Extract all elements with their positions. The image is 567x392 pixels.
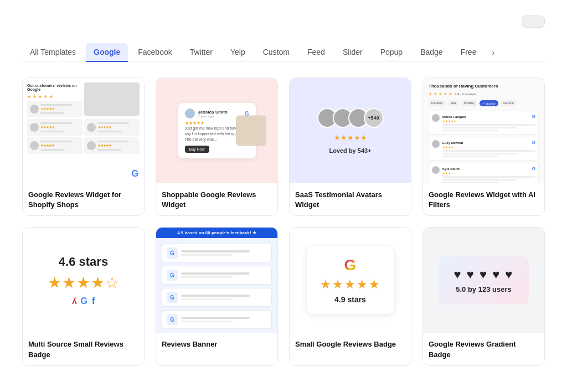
template-title-gradient-badge: Google Reviews Gradient Badge — [423, 333, 544, 365]
template-title-google-shopify: Google Reviews Widget for Shopify Shops — [23, 183, 144, 215]
template-card-gradient-badge[interactable]: ♥ ♥ ♥ ♥ ♥ 5.0 by 123 users Google Review… — [422, 227, 545, 365]
template-title-multi-source-badge: Multi Source Small Reviews Badge — [23, 333, 144, 365]
template-preview-multi-source-badge: 4.6 stars ★★★★☆ ʎ G f — [23, 228, 144, 333]
tab-all[interactable]: All Templates — [22, 43, 84, 62]
template-card-multi-source-badge[interactable]: 4.6 stars ★★★★☆ ʎ G f Multi Source Small… — [22, 227, 145, 365]
template-card-ai-filters[interactable]: Thousands of Raving Customers ★★★★★ 4.9 … — [422, 78, 545, 216]
template-card-google-shopify[interactable]: Our customers' reviews on Google ★★★★★ ★… — [22, 78, 145, 216]
header-actions — [513, 16, 545, 28]
templates-grid: Our customers' reviews on Google ★★★★★ ★… — [22, 78, 545, 366]
template-card-small-badge[interactable]: G ★★★★★ 4.9 stars Small Google Reviews B… — [289, 227, 411, 365]
tab-feed[interactable]: Feed — [300, 43, 333, 62]
template-preview-google-shopify: Our customers' reviews on Google ★★★★★ ★… — [23, 78, 144, 183]
preview-shopify: Our customers' reviews on Google ★★★★★ ★… — [23, 78, 144, 183]
template-title-reviews-banner: Reviews Banner — [156, 333, 277, 355]
tab-yelp[interactable]: Yelp — [223, 43, 253, 62]
template-card-reviews-banner[interactable]: 4.9 based on 60 people's feedback! ★ G G — [156, 227, 278, 365]
start-from-scratch-button[interactable] — [522, 16, 545, 28]
header — [22, 16, 545, 28]
tab-google[interactable]: Google — [86, 43, 128, 62]
template-preview-small-badge: G ★★★★★ 4.9 stars — [290, 228, 411, 333]
template-title-shoppable-google: Shoppable Google Reviews Widget — [156, 183, 277, 215]
tab-badge[interactable]: Badge — [413, 43, 450, 62]
template-title-ai-filters: Google Reviews Widget with AI Filters — [423, 183, 544, 215]
tab-twitter[interactable]: Twitter — [182, 43, 220, 62]
template-preview-saas-testimonial: +540 ★★★★★ Loved by 543+ — [290, 78, 411, 183]
tab-custom[interactable]: Custom — [255, 43, 297, 62]
template-preview-reviews-banner: 4.9 based on 60 people's feedback! ★ G G — [156, 228, 277, 333]
template-preview-gradient-badge: ♥ ♥ ♥ ♥ ♥ 5.0 by 123 users — [423, 228, 544, 333]
template-preview-shoppable-google: Jessica Smith 1 year ago G ★★★★★ Just go… — [156, 78, 277, 183]
template-card-shoppable-google[interactable]: Jessica Smith 1 year ago G ★★★★★ Just go… — [156, 78, 278, 216]
template-card-saas-testimonial[interactable]: +540 ★★★★★ Loved by 543+ SaaS Testimonia… — [289, 78, 411, 216]
page-container: All TemplatesGoogleFacebookTwitterYelpCu… — [0, 0, 567, 388]
template-title-small-badge: Small Google Reviews Badge — [290, 333, 411, 355]
template-preview-ai-filters: Thousands of Raving Customers ★★★★★ 4.9 … — [423, 78, 544, 183]
tabs-bar: All TemplatesGoogleFacebookTwitterYelpCu… — [22, 43, 545, 62]
template-title-saas-testimonial: SaaS Testimonial Avatars Widget — [290, 183, 411, 215]
tabs-more-button[interactable]: › — [486, 44, 500, 61]
tab-popup[interactable]: Popup — [373, 43, 410, 62]
tab-free[interactable]: Free — [453, 43, 484, 62]
tab-facebook[interactable]: Facebook — [130, 43, 179, 62]
tab-slider[interactable]: Slider — [335, 43, 370, 62]
